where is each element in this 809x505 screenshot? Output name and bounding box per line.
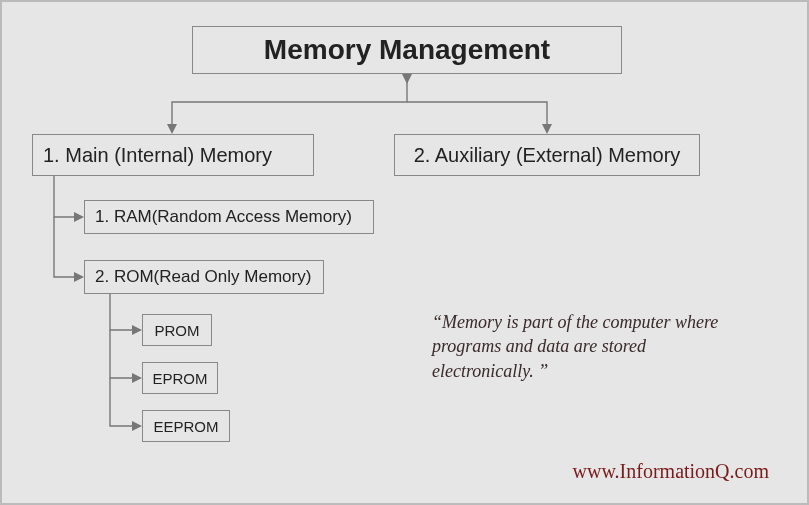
diagram-canvas: Memory Management 1. Main (Internal) Mem… xyxy=(0,0,809,505)
rom-box: 2. ROM(Read Only Memory) xyxy=(84,260,324,294)
eprom-box: EPROM xyxy=(142,362,218,394)
svg-marker-6 xyxy=(132,373,142,383)
auxiliary-memory-box: 2. Auxiliary (External) Memory xyxy=(394,134,700,176)
svg-marker-4 xyxy=(74,272,84,282)
connector-lines xyxy=(2,2,809,505)
eeprom-box: EEPROM xyxy=(142,410,230,442)
svg-marker-3 xyxy=(74,212,84,222)
prom-box: PROM xyxy=(142,314,212,346)
main-memory-label: 1. Main (Internal) Memory xyxy=(43,144,272,167)
eeprom-label: EEPROM xyxy=(153,418,218,435)
ram-label: 1. RAM(Random Access Memory) xyxy=(95,207,352,227)
prom-label: PROM xyxy=(155,322,200,339)
svg-marker-2 xyxy=(542,124,552,134)
title-text: Memory Management xyxy=(264,34,550,66)
svg-marker-1 xyxy=(167,124,177,134)
svg-marker-7 xyxy=(132,421,142,431)
main-memory-box: 1. Main (Internal) Memory xyxy=(32,134,314,176)
title-box: Memory Management xyxy=(192,26,622,74)
auxiliary-memory-label: 2. Auxiliary (External) Memory xyxy=(414,144,681,167)
attribution-text: www.InformationQ.com xyxy=(573,460,769,483)
eprom-label: EPROM xyxy=(152,370,207,387)
rom-label: 2. ROM(Read Only Memory) xyxy=(95,267,311,287)
quote-text: “Memory is part of the computer where pr… xyxy=(432,310,722,383)
svg-marker-5 xyxy=(132,325,142,335)
svg-marker-0 xyxy=(402,74,412,84)
ram-box: 1. RAM(Random Access Memory) xyxy=(84,200,374,234)
